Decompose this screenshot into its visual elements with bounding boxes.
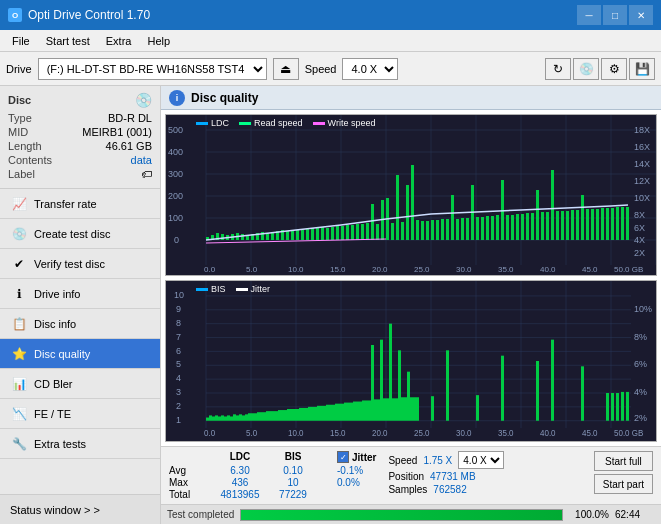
svg-rect-258: [626, 392, 629, 421]
svg-rect-177: [209, 415, 212, 420]
svg-rect-229: [365, 400, 368, 420]
svg-text:10: 10: [174, 290, 184, 300]
svg-rect-191: [251, 413, 254, 420]
disc-quality-icon: ⭐: [10, 345, 28, 363]
window-controls[interactable]: ─ □ ✕: [577, 5, 653, 25]
svg-rect-241: [401, 397, 404, 420]
start-full-button[interactable]: Start full: [594, 451, 653, 471]
speed-select[interactable]: 4.0 X: [342, 58, 398, 80]
content-area: i Disc quality LDC Read speed: [161, 86, 661, 524]
nav-fe-te[interactable]: 📉 FE / TE: [0, 399, 160, 429]
svg-text:10.0: 10.0: [288, 265, 304, 274]
svg-rect-87: [421, 221, 424, 240]
svg-text:5: 5: [176, 359, 181, 369]
svg-rect-247: [431, 396, 434, 421]
svg-text:300: 300: [168, 169, 183, 179]
verify-test-disc-icon: ✔: [10, 255, 28, 273]
settings-button[interactable]: ⚙: [601, 58, 627, 80]
save-button[interactable]: 💾: [629, 58, 655, 80]
svg-rect-226: [356, 402, 359, 421]
svg-rect-243: [407, 372, 410, 421]
total-ldc: 4813965: [211, 489, 269, 500]
nav-extra-tests[interactable]: 🔧 Extra tests: [0, 429, 160, 459]
svg-rect-246: [416, 397, 419, 420]
speed-stat-select[interactable]: 4.0 X: [458, 451, 504, 469]
nav-transfer-rate[interactable]: 📈 Transfer rate: [0, 189, 160, 219]
svg-text:50.0 GB: 50.0 GB: [614, 428, 644, 437]
svg-rect-114: [556, 211, 559, 240]
nav-disc-quality[interactable]: ⭐ Disc quality: [0, 339, 160, 369]
disc-panel-icon: 💿: [135, 92, 152, 108]
svg-text:0: 0: [174, 235, 179, 245]
menu-help[interactable]: Help: [139, 33, 178, 49]
create-test-disc-icon: 💿: [10, 225, 28, 243]
avg-ldc: 6.30: [211, 465, 269, 476]
nav-drive-info[interactable]: ℹ Drive info: [0, 279, 160, 309]
svg-rect-236: [386, 398, 389, 420]
nav-disc-info[interactable]: 📋 Disc info: [0, 309, 160, 339]
sidebar: Disc 💿 Type BD-R DL MID MEIRB1 (001) Len…: [0, 86, 161, 524]
svg-rect-198: [272, 411, 275, 421]
svg-rect-103: [501, 180, 504, 240]
refresh-button[interactable]: ↻: [545, 58, 571, 80]
svg-rect-119: [581, 195, 584, 240]
svg-rect-234: [380, 340, 383, 421]
svg-rect-193: [257, 412, 260, 421]
svg-text:14X: 14X: [634, 159, 650, 169]
svg-rect-240: [398, 350, 401, 420]
bis-legend-label: BIS: [211, 284, 226, 294]
svg-rect-256: [616, 393, 619, 421]
svg-rect-70: [336, 226, 339, 240]
svg-rect-253: [581, 366, 584, 420]
svg-text:6X: 6X: [634, 223, 645, 233]
progress-track: [240, 509, 563, 521]
minimize-button[interactable]: ─: [577, 5, 601, 25]
nav-create-test-disc[interactable]: 💿 Create test disc: [0, 219, 160, 249]
close-button[interactable]: ✕: [629, 5, 653, 25]
maximize-button[interactable]: □: [603, 5, 627, 25]
svg-rect-92: [446, 219, 449, 240]
position-label: Position: [388, 471, 424, 482]
svg-rect-233: [377, 399, 380, 420]
disc-contents-label: Contents: [8, 154, 52, 166]
svg-rect-89: [431, 220, 434, 240]
drive-select[interactable]: (F:) HL-DT-ST BD-RE WH16NS58 TST4: [38, 58, 267, 80]
disc-type-value: BD-R DL: [108, 112, 152, 124]
svg-rect-242: [404, 397, 407, 420]
disc-icon-btn[interactable]: 💿: [573, 58, 599, 80]
svg-rect-74: [356, 224, 359, 240]
jitter-checkbox[interactable]: ✓: [337, 451, 349, 463]
svg-rect-245: [413, 397, 416, 420]
nav-extra-tests-label: Extra tests: [34, 438, 86, 450]
svg-rect-204: [290, 409, 293, 421]
svg-rect-62: [296, 230, 299, 240]
svg-rect-188: [242, 415, 245, 420]
nav-transfer-rate-label: Transfer rate: [34, 198, 97, 210]
svg-text:8%: 8%: [634, 331, 647, 341]
svg-rect-63: [301, 230, 304, 240]
svg-rect-231: [371, 345, 374, 421]
nav-verify-test-disc[interactable]: ✔ Verify test disc: [0, 249, 160, 279]
stats-bar: LDC BIS ✓ Jitter Avg 6.30 0.10 -0.1%: [161, 446, 661, 504]
menu-file[interactable]: File: [4, 33, 38, 49]
svg-rect-230: [368, 400, 371, 420]
svg-rect-118: [576, 210, 579, 240]
svg-rect-179: [215, 415, 218, 420]
status-window-button[interactable]: Status window > >: [0, 494, 160, 524]
menu-start-test[interactable]: Start test: [38, 33, 98, 49]
svg-text:4: 4: [176, 373, 181, 383]
svg-rect-72: [346, 225, 349, 240]
svg-text:2%: 2%: [634, 412, 647, 422]
jitter-legend-label: Jitter: [251, 284, 271, 294]
eject-button[interactable]: ⏏: [273, 58, 299, 80]
start-part-button[interactable]: Start part: [594, 474, 653, 494]
svg-rect-94: [456, 219, 459, 240]
jitter-col-header: Jitter: [352, 452, 376, 463]
ldc-chart: LDC Read speed Write speed: [165, 114, 657, 276]
svg-rect-108: [526, 213, 529, 240]
read-speed-legend-dot: [239, 122, 251, 125]
bis-chart-svg: 10 9 8 7 6 5 4 3 2 1 10% 8% 6% 4% 2%: [166, 281, 656, 441]
svg-rect-232: [374, 399, 377, 420]
nav-cd-bler[interactable]: 📊 CD Bler: [0, 369, 160, 399]
menu-extra[interactable]: Extra: [98, 33, 140, 49]
